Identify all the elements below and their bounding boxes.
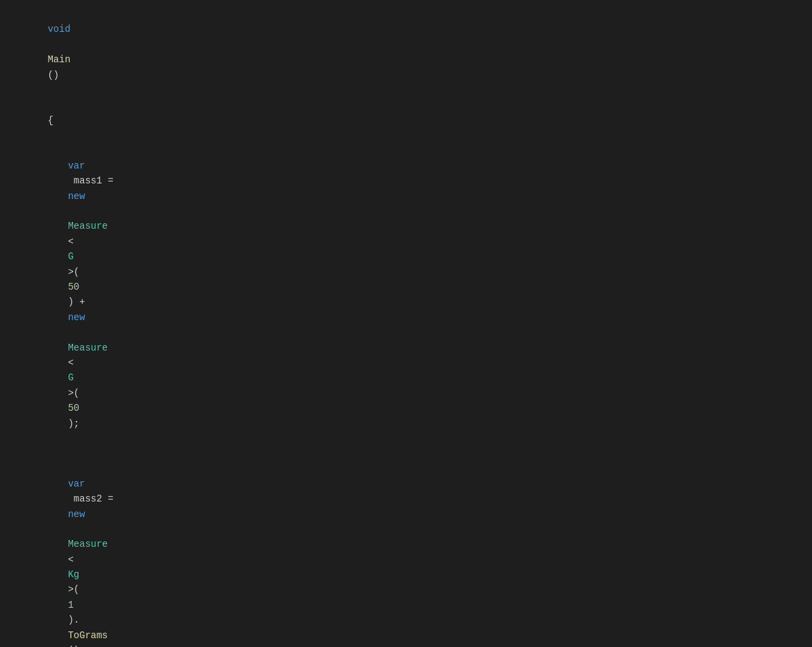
line-2: {: [0, 97, 812, 143]
kw-void: void: [47, 24, 70, 35]
line-4-blank: [0, 446, 812, 461]
method-main: Main: [47, 54, 70, 65]
code-editor: void Main () { var mass1 = new Measure <…: [0, 0, 812, 647]
line-5: var mass2 = new Measure < Kg >( 1 ). ToG…: [0, 461, 812, 647]
line-3: var mass1 = new Measure < G >( 50 ) + ne…: [0, 143, 812, 447]
line-1: void Main (): [0, 7, 812, 97]
